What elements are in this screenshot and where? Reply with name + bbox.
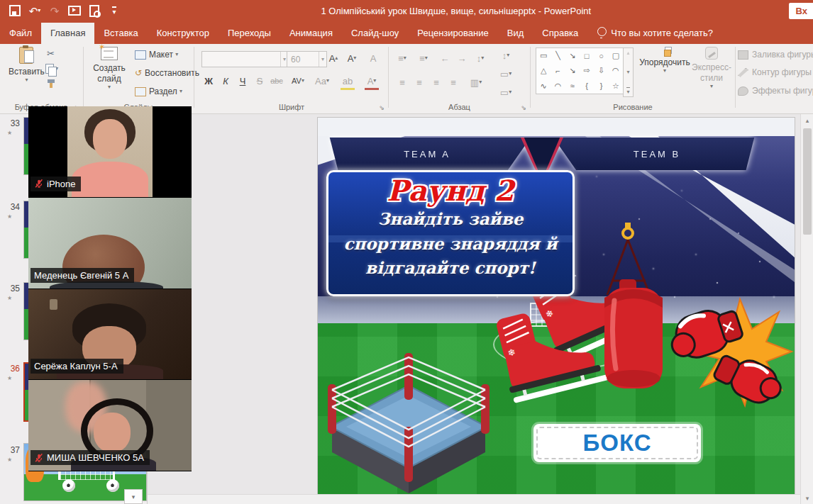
customize-quick-access-button[interactable]: ▾: [105, 2, 123, 19]
tab-transitions[interactable]: Переходы: [219, 23, 280, 44]
clear-formatting-button[interactable]: А: [366, 51, 380, 65]
shape-down-arrow-icon[interactable]: ⇩: [598, 66, 604, 75]
align-left-button[interactable]: ≡: [395, 75, 409, 89]
shape-oval-icon[interactable]: ○: [599, 52, 604, 60]
section-button[interactable]: Раздел ▾: [135, 86, 182, 96]
thumbnail-scroll-down-button[interactable]: ▾: [124, 489, 143, 504]
shape-effects-button[interactable]: Эффекты фигур: [738, 85, 813, 96]
change-case-button[interactable]: Аа▾: [315, 74, 329, 88]
participant-tile-shevchenko[interactable]: МИША ШЕВЧЕНКО 5А: [28, 380, 192, 471]
shape-arrow-icon[interactable]: ↘: [569, 51, 575, 60]
shape-outline-icon: [738, 68, 748, 77]
shape-elbow-icon[interactable]: ⌐: [555, 67, 560, 75]
animation-star-icon: ★: [7, 375, 12, 381]
shape-left-brace-icon[interactable]: {: [585, 82, 588, 90]
shape-rounded-rect-icon[interactable]: ▢: [612, 51, 619, 60]
increase-indent-button[interactable]: →: [455, 51, 469, 65]
shape-elbow-arrow-icon[interactable]: ↘: [569, 66, 575, 75]
line-spacing-button[interactable]: ↕▾: [473, 51, 487, 65]
italic-button[interactable]: К: [219, 74, 233, 88]
align-text-button[interactable]: ▭▾: [499, 67, 513, 81]
numbering-caret-icon: ▾: [425, 55, 428, 61]
tab-help[interactable]: Справка: [533, 23, 587, 44]
shrink-font-button[interactable]: А▾: [345, 51, 359, 65]
bold-button[interactable]: Ж: [201, 74, 216, 88]
tell-me-search[interactable]: Что вы хотите сделать?: [611, 23, 720, 44]
participant-tile-kaplun[interactable]: Серёжа Каплун 5-А: [28, 289, 192, 381]
shape-effects-icon: [738, 86, 748, 96]
redo-button[interactable]: ↷: [45, 2, 64, 19]
print-preview-button[interactable]: [85, 2, 104, 19]
shape-scribble-icon[interactable]: ∿: [541, 82, 547, 91]
underline-button[interactable]: Ч: [236, 74, 250, 88]
justify-button[interactable]: ≡: [446, 75, 460, 89]
text-direction-button[interactable]: ↕▾: [499, 48, 513, 62]
tab-slideshow[interactable]: Слайд-шоу: [342, 23, 408, 44]
paragraph-dialog-launcher[interactable]: ⇘: [521, 104, 526, 111]
tab-home[interactable]: Главная: [41, 23, 94, 44]
align-right-button[interactable]: ≡: [429, 75, 443, 89]
reset-slide-button[interactable]: ↺Восстановить: [135, 68, 199, 78]
participant-name-badge: Меденець Євгеній 5 А: [31, 268, 134, 283]
tab-insert[interactable]: Вставка: [94, 23, 147, 44]
align-center-button[interactable]: ≡: [412, 75, 426, 89]
tab-animations[interactable]: Анимация: [280, 23, 342, 44]
shape-arc-icon[interactable]: ◠: [555, 82, 562, 91]
shapes-scrollbar[interactable]: ▴ ▾ ▾: [623, 47, 634, 97]
scroll-down-icon[interactable]: ▾: [801, 492, 813, 504]
undo-button[interactable]: ↶▾: [26, 2, 44, 19]
shape-line-icon[interactable]: ╲: [555, 51, 560, 60]
tab-review[interactable]: Рецензирование: [408, 23, 497, 44]
strikethrough-abc-button[interactable]: abc: [270, 74, 284, 88]
font-size-combo[interactable]: 60▾: [287, 51, 327, 67]
font-color-button[interactable]: А▾: [365, 74, 379, 90]
paste-button[interactable]: Вставить ▾: [9, 47, 45, 83]
font-dialog-launcher[interactable]: ⇘: [379, 104, 385, 111]
format-painter-button[interactable]: [47, 79, 55, 88]
decrease-indent-button[interactable]: ←: [438, 51, 452, 65]
shape-right-brace-icon[interactable]: }: [600, 82, 603, 90]
slide-canvas[interactable]: ❄ ❄: [318, 118, 795, 495]
participant-tile-medenets[interactable]: Меденець Євгеній 5 А: [28, 198, 192, 289]
paste-icon: [19, 47, 33, 64]
start-slideshow-button[interactable]: [65, 2, 84, 19]
shape-freeform-icon[interactable]: ◠: [612, 66, 619, 75]
font-name-combo[interactable]: ▾: [201, 51, 289, 67]
new-slide-button[interactable]: Создать слайд ▾: [89, 47, 129, 90]
smartart-convert-button[interactable]: ▭▾: [499, 85, 513, 99]
shape-rectangle-icon[interactable]: □: [585, 52, 590, 60]
shape-triangle-icon[interactable]: △: [541, 66, 546, 75]
team-b-label: TEAM B: [634, 149, 680, 159]
tab-design[interactable]: Конструктор: [148, 23, 219, 44]
shape-curve-icon[interactable]: ≈: [570, 82, 575, 90]
character-spacing-button[interactable]: AV▾: [291, 74, 305, 88]
vertical-scrollbar[interactable]: ▴ ▾: [800, 114, 813, 504]
columns-button[interactable]: ▥▾: [469, 75, 483, 89]
sign-in-button[interactable]: Вх: [789, 3, 813, 19]
numbering-button[interactable]: ≡▾: [416, 51, 431, 65]
save-button[interactable]: [6, 2, 24, 19]
arrange-button[interactable]: Упорядочить ▾: [639, 47, 690, 74]
shapes-scroll-down-icon[interactable]: ▾: [626, 69, 629, 75]
shapes-more-icon[interactable]: ▾: [626, 87, 629, 95]
layout-button[interactable]: Макет ▾: [135, 50, 178, 60]
bullets-button[interactable]: ≡▾: [395, 51, 409, 65]
shapes-gallery[interactable]: ▭ ╲ ↘ □ ○ ▢ △ ⌐ ↘ ⇨ ⇩ ◠ ∿ ◠ ≈ { } ☆: [536, 47, 624, 94]
tab-file[interactable]: Файл: [0, 23, 41, 44]
participant-tile-iphone[interactable]: iPhone: [28, 106, 192, 198]
highlight-color-button[interactable]: ab: [341, 74, 355, 90]
copy-button[interactable]: ▾: [45, 64, 58, 74]
shape-textbox-icon[interactable]: ▭: [540, 51, 547, 60]
quick-styles-button[interactable]: Экспресс-стили ▾: [690, 47, 733, 89]
shape-outline-button[interactable]: Контур фигуры ▾: [738, 67, 813, 77]
shapes-scroll-up-icon[interactable]: ▴: [626, 50, 629, 56]
grow-font-button[interactable]: А▴: [326, 51, 341, 65]
shape-right-arrow-icon[interactable]: ⇨: [584, 66, 590, 75]
cut-button[interactable]: ✂: [47, 48, 55, 59]
shape-star-icon[interactable]: ☆: [612, 82, 619, 91]
tab-view[interactable]: Вид: [498, 23, 533, 44]
scrollbar-thumb[interactable]: [803, 128, 812, 235]
strikethrough-button[interactable]: S: [253, 74, 267, 88]
shape-fill-button[interactable]: Заливка фигуры: [738, 50, 813, 60]
scroll-up-icon[interactable]: ▴: [801, 114, 813, 126]
